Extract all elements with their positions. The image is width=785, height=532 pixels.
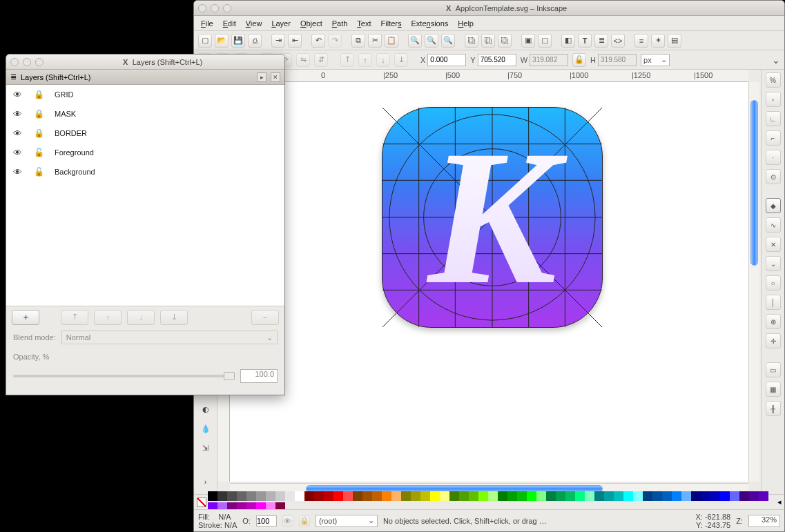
menu-edit[interactable]: Edit	[223, 19, 236, 28]
lock-icon[interactable]: 🔓	[34, 167, 45, 177]
panel-dock-button[interactable]: ▸	[257, 72, 266, 82]
color-swatch[interactable]	[633, 491, 643, 501]
layer-lock-toggle[interactable]: 🔒	[299, 515, 310, 526]
toolbox-overflow[interactable]: ›	[197, 473, 214, 490]
layer-list[interactable]: 👁🔒GRID👁🔒MASK👁🔒BORDER👁🔓Foreground👁🔓Backgr…	[6, 85, 284, 306]
color-swatch[interactable]	[507, 491, 517, 501]
layer-name[interactable]: BORDER	[55, 129, 87, 137]
layer-opacity-slider[interactable]	[13, 375, 235, 377]
color-swatch[interactable]	[701, 491, 710, 501]
color-swatch[interactable]	[353, 491, 362, 501]
color-swatch[interactable]	[449, 491, 459, 501]
menu-help[interactable]: Help	[458, 19, 474, 28]
color-swatch[interactable]	[324, 491, 333, 501]
raise-button[interactable]: ↑	[358, 53, 372, 67]
color-swatch[interactable]	[256, 491, 266, 501]
color-swatch[interactable]	[314, 491, 324, 501]
color-swatch[interactable]	[275, 491, 285, 501]
color-swatch[interactable]	[594, 491, 604, 501]
color-swatch[interactable]	[710, 491, 720, 501]
text-button[interactable]: T	[578, 34, 592, 48]
menu-extensions[interactable]: Extensions	[411, 19, 449, 28]
slider-knob[interactable]	[224, 372, 235, 380]
zoom-button[interactable]	[223, 4, 231, 12]
color-swatch[interactable]	[604, 491, 614, 501]
gradient-tool[interactable]: ◐	[197, 401, 214, 417]
color-swatch[interactable]	[266, 491, 275, 501]
docprops-button[interactable]: ▤	[668, 34, 681, 48]
menu-layer[interactable]: Layer	[271, 19, 291, 28]
color-swatch[interactable]	[362, 491, 372, 501]
open-button[interactable]: 📂	[215, 34, 229, 48]
paste-button[interactable]: 📋	[385, 34, 398, 48]
close-button[interactable]	[10, 58, 19, 66]
lower-bottom-button[interactable]: ⤓	[394, 53, 408, 67]
blend-mode-select[interactable]: Normal⌄	[61, 331, 278, 344]
color-swatch[interactable]	[411, 491, 420, 501]
color-swatch[interactable]	[430, 491, 440, 501]
layer-visibility-toggle[interactable]: 👁	[282, 515, 293, 526]
y-input[interactable]	[478, 54, 516, 66]
new-doc-button[interactable]: ▢	[198, 34, 212, 48]
snap-corner[interactable]: ⌐	[766, 130, 781, 146]
snap-cusp[interactable]: ⌄	[766, 256, 781, 271]
connector-tool[interactable]: ⇲	[197, 440, 214, 456]
no-fill-swatch[interactable]	[197, 497, 206, 507]
snap-grid[interactable]: ▦	[766, 382, 781, 397]
snap-midpoint[interactable]: ·	[766, 150, 781, 165]
layer-top-button[interactable]: ⤒	[61, 310, 88, 325]
color-swatch[interactable]	[237, 491, 246, 501]
layer-name[interactable]: Background	[55, 168, 95, 176]
color-swatch[interactable]	[440, 491, 449, 501]
color-swatch[interactable]	[527, 491, 536, 501]
color-swatch[interactable]	[720, 491, 730, 501]
color-swatch[interactable]	[333, 491, 343, 501]
lock-icon[interactable]: 🔓	[34, 148, 45, 157]
lock-icon[interactable]: 🔒	[34, 128, 45, 138]
scrollbar-thumb-v[interactable]	[750, 100, 758, 266]
menu-view[interactable]: View	[246, 19, 262, 28]
snap-rotation-center[interactable]: ✛	[766, 333, 781, 348]
redo-button[interactable]: ↷	[328, 34, 342, 48]
menu-file[interactable]: File	[201, 19, 213, 28]
flip-v-button[interactable]: ⇵	[314, 53, 328, 67]
snap-line-mid[interactable]: │	[766, 295, 781, 310]
ungroup-button[interactable]: ▢	[538, 34, 552, 48]
visibility-icon[interactable]: 👁	[13, 167, 24, 177]
raise-top-button[interactable]: ⤒	[340, 53, 354, 67]
align-button[interactable]: ≡	[634, 34, 648, 48]
color-swatch[interactable]	[652, 491, 662, 501]
visibility-icon[interactable]: 👁	[13, 148, 24, 158]
snap-toggle[interactable]: %	[766, 72, 781, 88]
layer-row[interactable]: 👁🔒MASK	[6, 104, 284, 124]
app-icon-artwork[interactable]: K	[382, 107, 603, 328]
dropper-tool[interactable]: 💧	[197, 420, 214, 437]
canvas-scrollbar-vertical[interactable]	[748, 82, 759, 482]
toolbar-overflow-chevron[interactable]: ⌄	[772, 55, 780, 66]
visibility-icon[interactable]: 👁	[13, 128, 24, 139]
delete-layer-button[interactable]: −	[251, 310, 279, 325]
xml-button[interactable]: <>	[611, 34, 625, 48]
save-button[interactable]: 💾	[231, 34, 245, 48]
color-swatch[interactable]	[227, 491, 237, 501]
panel-close-button[interactable]: ✕	[271, 72, 280, 82]
color-swatch[interactable]	[575, 491, 585, 501]
color-swatch[interactable]	[382, 491, 391, 501]
fill-stroke-button[interactable]: ◧	[561, 34, 575, 48]
color-swatch[interactable]	[295, 491, 304, 501]
snap-intersection[interactable]: ✕	[766, 237, 781, 252]
menu-path[interactable]: Path	[332, 19, 348, 28]
snap-edge[interactable]: ∟	[766, 111, 781, 126]
layers-button[interactable]: ≣	[594, 34, 608, 48]
unlink-button[interactable]: ⿻	[498, 34, 512, 48]
color-swatch[interactable]	[246, 491, 256, 501]
layer-name[interactable]: GRID	[55, 90, 74, 99]
layer-row[interactable]: 👁🔒GRID	[6, 85, 284, 104]
color-swatch[interactable]	[217, 491, 227, 501]
color-swatch[interactable]	[614, 491, 623, 501]
color-swatch[interactable]	[488, 491, 498, 501]
ruler-horizontal[interactable]: |-250 0 |250 |500 |750 |1000 |1250 |1500	[217, 70, 748, 82]
color-swatch[interactable]	[623, 491, 633, 501]
color-swatch[interactable]	[681, 491, 691, 501]
layer-row[interactable]: 👁🔓Foreground	[6, 143, 284, 162]
